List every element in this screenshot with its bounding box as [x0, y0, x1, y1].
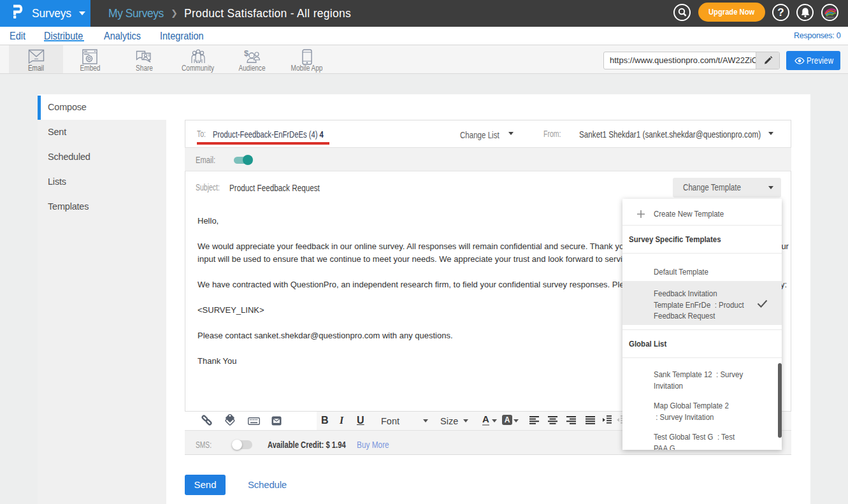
svg-text:$: $: [244, 49, 249, 58]
